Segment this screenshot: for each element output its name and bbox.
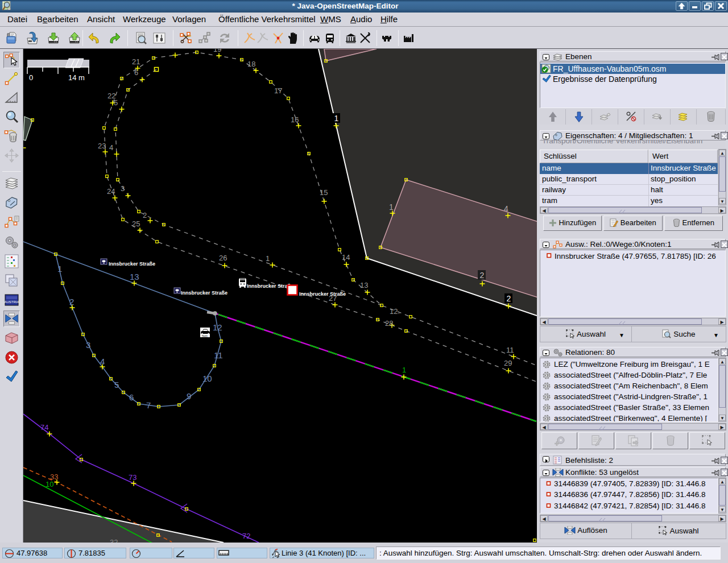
svg-text:2: 2 (143, 211, 147, 220)
svg-text:14: 14 (342, 253, 350, 262)
svg-text:11: 11 (506, 346, 514, 354)
svg-text:24: 24 (107, 187, 115, 196)
svg-text:19: 19 (213, 49, 221, 53)
svg-text:0: 0 (29, 73, 33, 82)
svg-text:17: 17 (274, 86, 282, 95)
svg-text:2: 2 (507, 294, 511, 303)
svg-text:18: 18 (247, 60, 255, 68)
svg-text:11: 11 (214, 350, 223, 360)
svg-text:23: 23 (98, 142, 106, 150)
svg-text:4: 4 (504, 204, 508, 213)
svg-text:9: 9 (187, 391, 191, 401)
svg-text:12.: 12. (390, 307, 400, 316)
svg-text:29: 29 (504, 359, 512, 367)
svg-text:5: 5 (114, 380, 119, 390)
svg-text:3: 3 (86, 340, 90, 350)
svg-text:Innsbrucker Straße: Innsbrucker Straße (247, 283, 293, 289)
svg-text:74: 74 (40, 423, 48, 432)
svg-text:Innsbrucker Straße: Innsbrucker Straße (181, 290, 228, 296)
svg-text:1: 1 (266, 254, 270, 263)
svg-text:3: 3 (121, 184, 125, 193)
svg-text:13: 13 (360, 281, 368, 289)
svg-text:73: 73 (129, 473, 136, 482)
svg-text:4: 4 (109, 143, 113, 152)
svg-text:1: 1 (57, 264, 62, 274)
svg-text:14 m: 14 m (68, 73, 85, 82)
svg-text:13: 13 (130, 272, 139, 282)
svg-text:1: 1 (402, 366, 406, 374)
svg-text:25: 25 (132, 220, 140, 228)
svg-text:26: 26 (219, 254, 227, 262)
svg-text:Innsbrucker Straße: Innsbrucker Straße (299, 291, 346, 297)
svg-text:1: 1 (334, 114, 339, 123)
svg-text:12: 12 (213, 322, 222, 332)
svg-text:2: 2 (480, 271, 485, 280)
svg-text:AUSTRIA: AUSTRIA (4, 300, 19, 304)
svg-text:10: 10 (46, 480, 53, 489)
svg-text:15: 15 (320, 188, 328, 197)
svg-text:32: 32 (110, 538, 118, 543)
svg-text:28: 28 (385, 319, 393, 328)
svg-text:1: 1 (389, 202, 394, 212)
svg-text:7: 7 (146, 400, 151, 410)
svg-text:6: 6 (129, 392, 134, 402)
svg-text:5: 5 (114, 98, 118, 107)
svg-text:16: 16 (291, 115, 299, 124)
svg-text:72: 72 (242, 532, 250, 540)
svg-text:TAXI: TAXI (202, 335, 208, 338)
svg-text:Innsbrucker Straße: Innsbrucker Straße (109, 261, 155, 267)
svg-text:6: 6 (134, 68, 138, 77)
svg-text:21: 21 (132, 57, 140, 66)
svg-text:2: 2 (69, 297, 74, 307)
svg-text:10: 10 (202, 374, 212, 383)
svg-text:4: 4 (100, 357, 105, 366)
